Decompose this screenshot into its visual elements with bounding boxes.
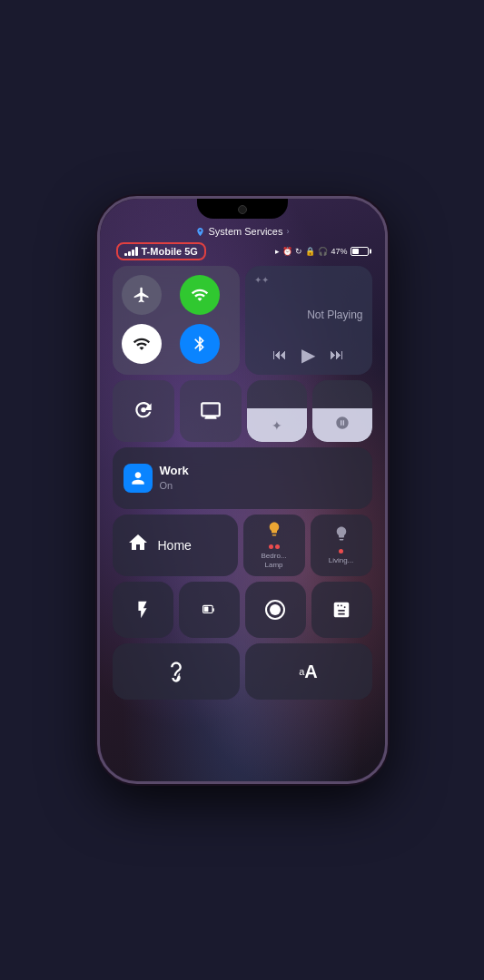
row-2: ✦ (113, 380, 372, 442)
location-status-icon: ▸ (275, 247, 280, 256)
flashlight-icon (133, 600, 153, 620)
status-icons: ▸ ⏰ ↻ 🔒 🎧 47% (275, 247, 368, 256)
wifi-button[interactable] (122, 324, 162, 364)
status-bar: T-Mobile 5G ▸ ⏰ ↻ 🔒 🎧 47% (113, 242, 372, 260)
bar3 (132, 250, 134, 256)
lock-rotation-button[interactable] (113, 380, 174, 442)
lock-rotation-icon (132, 399, 155, 423)
flashlight-button[interactable] (113, 582, 173, 638)
living-lamp-icon (333, 525, 350, 546)
camera (238, 205, 247, 214)
work-focus-text: Work On (160, 464, 189, 492)
system-services-row[interactable]: System Services › (113, 226, 372, 237)
airplane-mode-button[interactable] (122, 275, 162, 315)
lamp-bulb-icon2 (333, 525, 350, 542)
record-icon (264, 599, 286, 621)
battery-icon (196, 603, 222, 616)
work-subtitle: On (160, 479, 189, 492)
screen-mirror-button[interactable] (180, 380, 242, 442)
screen-record-button[interactable] (245, 582, 306, 638)
row-1: ✦✦ Not Playing ⏮ ▶ ⏭ (113, 266, 372, 375)
cellular-icon (191, 286, 209, 304)
bluetooth-icon (191, 335, 209, 353)
work-focus-button[interactable]: Work On (113, 447, 372, 509)
fast-forward-button[interactable]: ⏭ (330, 347, 344, 363)
screen-mirror-icon (199, 399, 222, 423)
carrier-pill: T-Mobile 5G (116, 242, 206, 260)
person-badge-icon (129, 469, 147, 487)
chevron-icon: › (286, 227, 289, 236)
hearing-button[interactable] (113, 643, 240, 700)
row-4: Home Bedro...Lamp (113, 514, 372, 576)
bluetooth-button[interactable] (180, 324, 220, 364)
signal-bars (124, 247, 138, 256)
bedroom-lamp-label: Bedro...Lamp (261, 552, 286, 569)
lock-icon: 🔒 (305, 247, 315, 256)
bedroom-lamp-button[interactable]: Bedro...Lamp (243, 514, 305, 576)
brightness-slider[interactable]: ✦ (247, 380, 307, 442)
living-lamp-button[interactable]: Living... (311, 514, 372, 576)
work-focus-icon (123, 464, 153, 493)
row-5 (113, 582, 372, 638)
svg-rect-3 (212, 608, 214, 612)
home-label: Home (158, 538, 192, 553)
svg-rect-2 (204, 607, 209, 612)
airpods-icon: ✦✦ (254, 275, 269, 285)
bedroom-status-dot (269, 544, 273, 549)
living-lamp-label: Living... (329, 556, 354, 565)
carrier-label: T-Mobile 5G (142, 246, 198, 257)
location-icon (195, 227, 205, 237)
rewind-button[interactable]: ⏮ (272, 347, 287, 363)
battery-indicator (351, 247, 369, 256)
svg-point-0 (141, 407, 145, 412)
bar4 (135, 247, 138, 256)
house-icon (127, 532, 149, 554)
home-button[interactable]: Home (113, 514, 238, 576)
phone-frame: System Services › T-Mobile 5G ▸ ⏰ ↻ 🔒 🎧 (97, 196, 388, 784)
volume-slider[interactable] (312, 380, 372, 442)
calculator-button[interactable] (311, 582, 372, 638)
row-6: a A (113, 643, 372, 700)
control-center-grid: ✦✦ Not Playing ⏮ ▶ ⏭ (113, 266, 372, 769)
calculator-icon (331, 600, 351, 620)
living-status-dot (339, 549, 343, 554)
bar2 (128, 251, 131, 256)
bedroom-lamp-icon (266, 521, 282, 542)
volume-icon (335, 416, 350, 433)
now-playing-title: Not Playing (254, 309, 363, 321)
notch (197, 199, 288, 219)
play-button[interactable]: ▶ (301, 344, 315, 366)
cellular-button[interactable] (180, 275, 220, 315)
now-playing-panel[interactable]: ✦✦ Not Playing ⏮ ▶ ⏭ (245, 266, 372, 375)
svg-point-5 (270, 604, 281, 615)
ear-icon (163, 659, 189, 684)
airplane-icon (133, 286, 151, 304)
low-power-button[interactable] (179, 582, 240, 638)
text-size-button[interactable]: a A (245, 643, 372, 700)
lamp-bulb-icon (266, 521, 282, 537)
text-size-large: A (304, 662, 317, 682)
playback-controls: ⏮ ▶ ⏭ (254, 344, 363, 366)
alarm-icon: ⏰ (282, 247, 292, 256)
brightness-icon: ✦ (272, 418, 282, 433)
wifi-icon (133, 335, 151, 353)
work-title: Work (160, 464, 189, 479)
home-icon (127, 532, 149, 559)
bar1 (124, 253, 127, 256)
battery-shell (351, 247, 369, 256)
airpods-volume-icon (335, 416, 350, 430)
system-services-label: System Services (209, 226, 283, 237)
row-3: Work On (113, 447, 372, 509)
headphone-icon: 🎧 (318, 247, 328, 256)
sync-icon: ↻ (295, 247, 302, 256)
battery-fill (352, 249, 360, 254)
connectivity-panel (113, 266, 240, 375)
battery-percent: 47% (331, 247, 347, 256)
bedroom-status-dot2 (275, 544, 280, 549)
